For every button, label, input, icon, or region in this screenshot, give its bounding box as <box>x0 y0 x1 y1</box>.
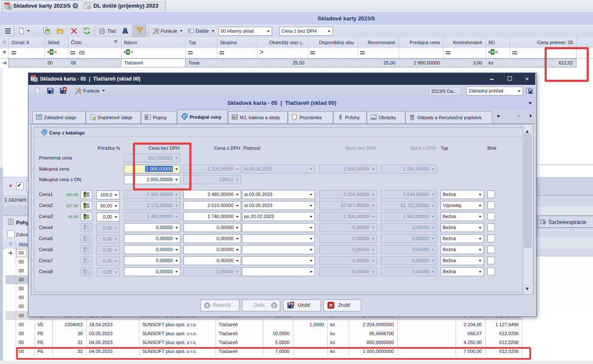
svg-text:€: € <box>183 115 185 119</box>
svg-text:€: € <box>43 131 45 135</box>
svg-text:S: S <box>8 5 11 9</box>
svg-text:MJ: MJ <box>233 116 237 120</box>
svg-text:S: S <box>34 78 37 82</box>
svg-text:A: A <box>146 115 148 119</box>
